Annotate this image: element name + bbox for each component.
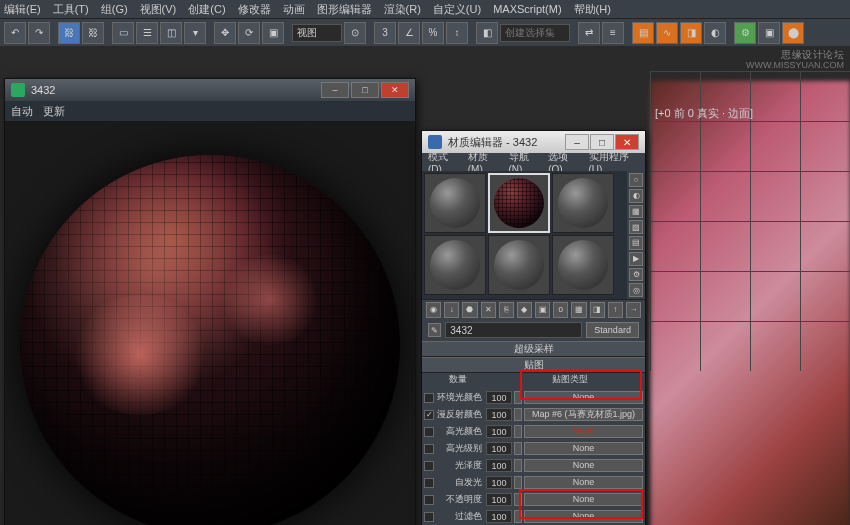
minimize-button[interactable]: – — [565, 134, 589, 150]
select-name-icon[interactable]: ☰ — [136, 22, 158, 44]
select-region-icon[interactable]: ◫ — [160, 22, 182, 44]
coord-system-field[interactable] — [292, 24, 342, 42]
video-check-icon[interactable]: ▤ — [629, 236, 643, 250]
curve-editor-icon[interactable]: ∿ — [656, 22, 678, 44]
maximize-button[interactable]: □ — [590, 134, 614, 150]
mat-id-icon[interactable]: 0 — [553, 302, 568, 318]
map-amount[interactable]: 100 — [486, 408, 512, 421]
schematic-icon[interactable]: ◨ — [680, 22, 702, 44]
go-parent-icon[interactable]: ↑ — [608, 302, 623, 318]
backlight-icon[interactable]: ◐ — [629, 189, 643, 203]
map-amount[interactable]: 100 — [486, 425, 512, 438]
link-icon[interactable]: ⛓ — [58, 22, 80, 44]
spinner-icon[interactable] — [514, 476, 522, 489]
scale-icon[interactable]: ▣ — [262, 22, 284, 44]
menu-item[interactable]: 动画 — [283, 2, 305, 17]
map-checkbox[interactable] — [424, 495, 434, 505]
menu-item[interactable]: 工具(T) — [53, 2, 89, 17]
map-checkbox[interactable] — [424, 478, 434, 488]
reset-icon[interactable]: ✕ — [481, 302, 496, 318]
preview-viewport[interactable] — [5, 121, 415, 525]
align-icon[interactable]: ≡ — [602, 22, 624, 44]
menu-item[interactable]: 图形编辑器 — [317, 2, 372, 17]
map-amount[interactable]: 100 — [486, 510, 512, 523]
menu-item[interactable]: MAXScript(M) — [493, 3, 561, 15]
rotate-icon[interactable]: ⟳ — [238, 22, 260, 44]
map-amount[interactable]: 100 — [486, 476, 512, 489]
menu-item[interactable]: 渲染(R) — [384, 2, 421, 17]
get-material-icon[interactable]: ◉ — [426, 302, 441, 318]
show-result-icon[interactable]: ◨ — [590, 302, 605, 318]
map-slot-button[interactable]: None — [524, 425, 643, 438]
material-slot[interactable] — [424, 235, 486, 295]
material-slot[interactable] — [424, 173, 486, 233]
center-icon[interactable]: ⊙ — [344, 22, 366, 44]
menu-item[interactable]: 编辑(E) — [4, 2, 41, 17]
render-frame-icon[interactable]: ▣ — [758, 22, 780, 44]
show-map-icon[interactable]: ▦ — [571, 302, 586, 318]
material-slot[interactable] — [552, 235, 614, 295]
map-slot-button[interactable]: Map #6 (马赛克材质1.jpg) — [524, 408, 643, 421]
map-amount[interactable]: 100 — [486, 391, 512, 404]
maximize-button[interactable]: □ — [351, 82, 379, 98]
minimize-button[interactable]: – — [321, 82, 349, 98]
background-icon[interactable]: ▦ — [629, 205, 643, 219]
layer-icon[interactable]: ▤ — [632, 22, 654, 44]
put-to-scene-icon[interactable]: ↓ — [444, 302, 459, 318]
material-editor-icon[interactable]: ◐ — [704, 22, 726, 44]
render-icon[interactable]: ⬤ — [782, 22, 804, 44]
move-icon[interactable]: ✥ — [214, 22, 236, 44]
map-checkbox[interactable] — [424, 427, 434, 437]
map-amount[interactable]: 100 — [486, 459, 512, 472]
rollout-supersampling[interactable]: 超级采样 — [422, 341, 645, 357]
map-amount[interactable]: 100 — [486, 493, 512, 506]
make-unique-icon[interactable]: ◆ — [517, 302, 532, 318]
pick-material-icon[interactable]: ✎ — [428, 323, 441, 337]
menu-item[interactable]: 自定义(U) — [433, 2, 481, 17]
put-library-icon[interactable]: ▣ — [535, 302, 550, 318]
menu-item[interactable]: 组(G) — [101, 2, 128, 17]
unlink-icon[interactable]: ⛓ — [82, 22, 104, 44]
map-slot-button[interactable]: None — [524, 459, 643, 472]
select-by-mat-icon[interactable]: ◎ — [629, 283, 643, 297]
window-titlebar[interactable]: 3432 – □ ✕ — [5, 79, 415, 101]
map-amount[interactable]: 100 — [486, 442, 512, 455]
map-checkbox[interactable] — [424, 393, 434, 403]
percent-snap-icon[interactable]: % — [422, 22, 444, 44]
spinner-icon[interactable] — [514, 425, 522, 438]
spinner-icon[interactable] — [514, 493, 522, 506]
spinner-snap-icon[interactable]: ↕ — [446, 22, 468, 44]
undo-icon[interactable]: ↶ — [4, 22, 26, 44]
viewport-label[interactable]: [+0 前 0 真实 · 边面] — [655, 106, 753, 121]
material-name-field[interactable] — [445, 322, 582, 338]
filter-icon[interactable]: ▾ — [184, 22, 206, 44]
map-slot-button[interactable]: None — [524, 510, 643, 523]
named-selection-field[interactable] — [500, 24, 570, 42]
named-sel-icon[interactable]: ◧ — [476, 22, 498, 44]
copy-icon[interactable]: ⎘ — [499, 302, 514, 318]
map-slot-button[interactable]: None — [524, 391, 643, 404]
spinner-icon[interactable] — [514, 510, 522, 523]
tab-auto[interactable]: 自动 — [11, 104, 33, 119]
map-slot-button[interactable]: None — [524, 442, 643, 455]
material-slot[interactable] — [488, 235, 550, 295]
close-button[interactable]: ✕ — [381, 82, 409, 98]
angle-snap-icon[interactable]: ∠ — [398, 22, 420, 44]
sample-type-icon[interactable]: ○ — [629, 173, 643, 187]
select-icon[interactable]: ▭ — [112, 22, 134, 44]
menu-item[interactable]: 帮助(H) — [574, 2, 611, 17]
material-slot[interactable] — [552, 173, 614, 233]
rollout-maps[interactable]: 贴图 — [422, 357, 645, 373]
mirror-icon[interactable]: ⇄ — [578, 22, 600, 44]
menu-item[interactable]: 修改器 — [238, 2, 271, 17]
spinner-icon[interactable] — [514, 459, 522, 472]
map-checkbox[interactable] — [424, 512, 434, 522]
map-slot-button[interactable]: None — [524, 493, 643, 506]
material-type-button[interactable]: Standard — [586, 322, 639, 338]
snap-icon[interactable]: 3 — [374, 22, 396, 44]
map-checkbox[interactable]: ✓ — [424, 410, 434, 420]
menu-item[interactable]: 视图(V) — [140, 2, 177, 17]
options-icon[interactable]: ⚙ — [629, 268, 643, 282]
map-checkbox[interactable] — [424, 461, 434, 471]
close-button[interactable]: ✕ — [615, 134, 639, 150]
